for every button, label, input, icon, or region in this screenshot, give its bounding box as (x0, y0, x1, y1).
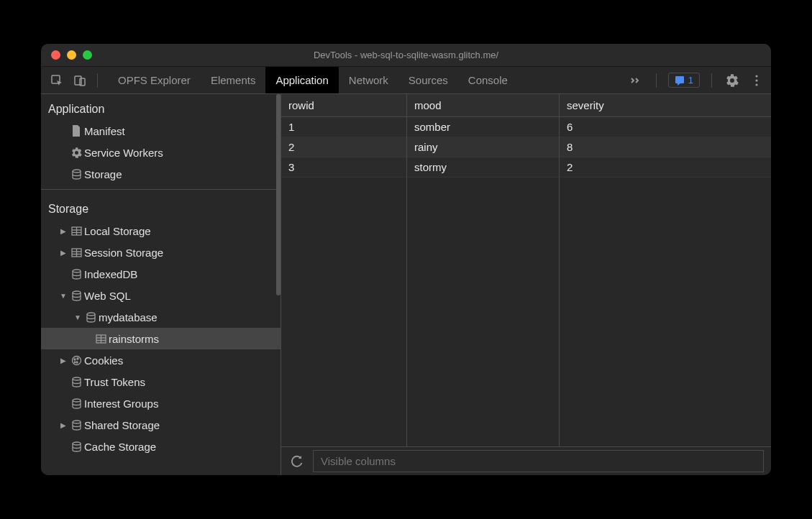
sidebar-scrollbar[interactable] (276, 94, 280, 295)
cell-mood: somber (407, 117, 560, 137)
chevron-down-icon: ▼ (73, 313, 83, 321)
sidebar-item-label: Shared Storage (84, 419, 160, 431)
divider (97, 73, 98, 88)
sidebar-item-websql[interactable]: ▼ Web SQL (41, 285, 280, 306)
sidebar-item-label: Local Storage (84, 225, 151, 237)
svg-point-17 (73, 291, 81, 294)
column-header-rowid[interactable]: rowid (281, 94, 407, 116)
divider (41, 189, 280, 190)
more-options-icon[interactable] (748, 75, 765, 86)
section-title-storage: Storage (41, 194, 280, 220)
table-body: 1 somber 6 2 rainy 8 3 stormy 2 (281, 117, 771, 446)
sidebar-item-label: Web SQL (84, 290, 131, 302)
tab-application[interactable]: Application (265, 67, 338, 93)
database-icon (68, 441, 84, 452)
svg-point-24 (74, 359, 76, 360)
svg-rect-3 (675, 76, 684, 83)
titlebar: DevTools - web-sql-to-sqlite-wasm.glitch… (41, 44, 771, 67)
tab-sources[interactable]: Sources (398, 67, 458, 93)
table-icon (68, 226, 84, 236)
svg-point-7 (73, 170, 81, 173)
cell-severity: 8 (560, 137, 771, 157)
svg-point-26 (76, 362, 78, 363)
svg-point-27 (74, 362, 76, 363)
close-window-button[interactable] (51, 50, 60, 60)
sidebar-item-local-storage[interactable]: ▶ Local Storage (41, 220, 280, 242)
sidebar-item-service-workers[interactable]: Service Workers (41, 142, 280, 163)
column-header-mood[interactable]: mood (407, 94, 560, 116)
table-row[interactable]: 1 somber 6 (281, 117, 771, 137)
sidebar-item-cache-storage[interactable]: Cache Storage (41, 436, 280, 457)
cell-mood: stormy (407, 157, 560, 177)
database-icon (68, 377, 84, 387)
sidebar-item-session-storage[interactable]: ▶ Session Storage (41, 242, 280, 263)
inspect-element-icon[interactable] (47, 70, 67, 91)
chevron-right-icon: ▶ (58, 357, 68, 364)
sidebar-item-cookies[interactable]: ▶ Cookies (41, 349, 280, 371)
device-toolbar-icon[interactable] (70, 70, 90, 91)
window-controls (41, 50, 92, 60)
svg-point-16 (73, 270, 81, 272)
sidebar-item-shared-storage[interactable]: ▶ Shared Storage (41, 414, 280, 436)
cell-severity: 6 (560, 117, 771, 137)
table-icon (68, 248, 84, 257)
minimize-window-button[interactable] (67, 50, 76, 60)
cell-mood: rainy (407, 137, 560, 157)
database-icon (68, 420, 84, 431)
maximize-window-button[interactable] (83, 50, 92, 60)
tab-console[interactable]: Console (458, 67, 518, 93)
svg-point-23 (72, 356, 81, 364)
divider (656, 73, 657, 88)
toolbar: OPFS Explorer Elements Application Netwo… (41, 67, 771, 94)
database-icon (68, 169, 84, 180)
svg-point-25 (77, 358, 78, 359)
section-title-application: Application (41, 94, 280, 120)
table-header: rowid mood severity (281, 94, 771, 117)
tab-opfs-explorer[interactable]: OPFS Explorer (108, 67, 201, 93)
svg-point-5 (755, 79, 757, 81)
column-header-severity[interactable]: severity (560, 94, 771, 116)
sidebar-item-manifest[interactable]: Manifest (41, 120, 280, 142)
settings-icon[interactable] (724, 74, 741, 87)
content-area: Application Manifest Service Workers Sto… (41, 94, 771, 475)
sidebar-item-mydatabase[interactable]: ▼ mydatabase (41, 306, 280, 328)
issues-count: 1 (688, 75, 693, 86)
sidebar-item-rainstorms[interactable]: rainstorms (41, 328, 280, 349)
cell-severity: 2 (560, 157, 771, 177)
divider (711, 73, 712, 88)
sidebar-item-label: Service Workers (84, 147, 163, 159)
sidebar-item-label: Cookies (84, 354, 123, 367)
chevron-down-icon: ▼ (58, 292, 68, 300)
svg-point-29 (73, 399, 81, 402)
tab-elements[interactable]: Elements (201, 67, 266, 93)
svg-point-6 (755, 83, 757, 86)
database-icon (68, 290, 84, 301)
cell-rowid: 2 (281, 137, 407, 157)
sidebar-item-label: rainstorms (109, 333, 159, 345)
main-panel: rowid mood severity 1 somber 6 2 rainy 8… (281, 94, 771, 475)
sidebar-item-trust-tokens[interactable]: Trust Tokens (41, 371, 280, 392)
sidebar-item-label: mydatabase (99, 311, 158, 323)
chevron-right-icon: ▶ (58, 421, 68, 429)
sidebar-item-indexeddb[interactable]: IndexedDB (41, 263, 280, 285)
svg-point-18 (87, 313, 95, 316)
issues-badge[interactable]: 1 (668, 73, 700, 88)
refresh-icon[interactable] (288, 455, 306, 468)
visible-columns-input[interactable] (313, 450, 764, 472)
sidebar-item-label: Trust Tokens (84, 376, 145, 388)
more-tabs-icon[interactable] (624, 75, 644, 86)
table-row[interactable]: 3 stormy 2 (281, 157, 771, 178)
svg-point-4 (755, 75, 757, 77)
database-icon (68, 269, 84, 280)
svg-point-31 (73, 442, 81, 445)
table-row[interactable]: 2 rainy 8 (281, 137, 771, 157)
sidebar-item-label: Manifest (84, 125, 125, 137)
table-footer (281, 446, 771, 475)
sidebar-item-storage[interactable]: Storage (41, 163, 280, 185)
database-icon (68, 398, 84, 409)
sidebar-item-label: Interest Groups (84, 398, 158, 410)
tab-network[interactable]: Network (339, 67, 398, 93)
sidebar-item-label: Storage (84, 168, 122, 180)
sidebar-item-interest-groups[interactable]: Interest Groups (41, 392, 280, 414)
window-title: DevTools - web-sql-to-sqlite-wasm.glitch… (41, 50, 771, 60)
